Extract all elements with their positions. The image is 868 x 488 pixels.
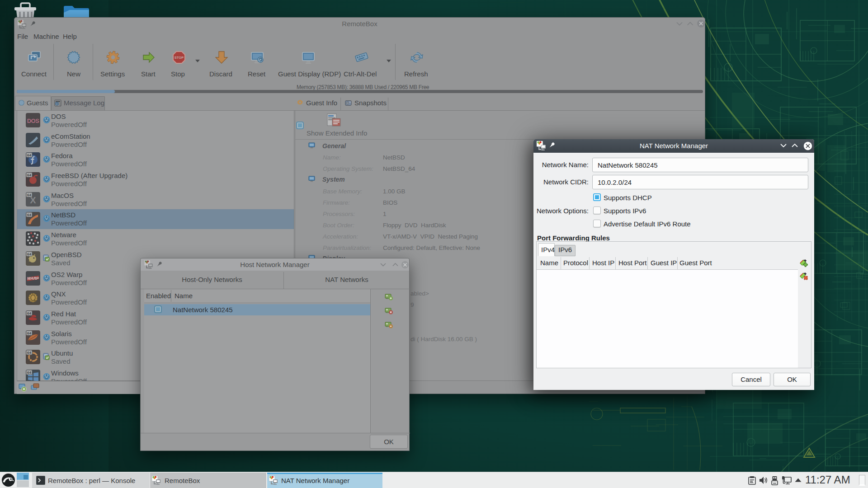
svg-text:STOP: STOP	[175, 56, 184, 60]
svg-text:64: 64	[27, 193, 31, 197]
svg-text:DOS: DOS	[27, 117, 40, 124]
svg-text:64: 64	[27, 153, 31, 157]
svg-text:64: 64	[27, 213, 31, 217]
svg-text:64: 64	[27, 331, 31, 335]
svg-text:64: 64	[27, 311, 31, 315]
svg-text:64: 64	[27, 252, 31, 256]
svg-text:WARP: WARP	[27, 276, 39, 281]
svg-text:64: 64	[27, 173, 31, 177]
svg-text:64: 64	[27, 351, 31, 355]
svg-text:64: 64	[27, 371, 31, 375]
